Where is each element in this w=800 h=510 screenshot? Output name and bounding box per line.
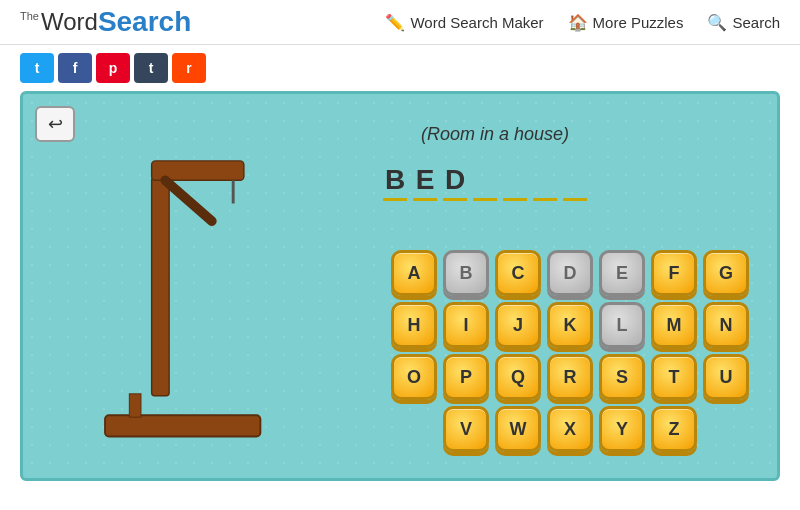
- key-q[interactable]: Q: [495, 354, 541, 400]
- key-z[interactable]: Z: [651, 406, 697, 452]
- key-f[interactable]: F: [651, 250, 697, 296]
- word-pos-2: D: [443, 165, 467, 201]
- hangman-svg: [73, 124, 273, 454]
- svg-line-4: [165, 180, 212, 221]
- key-k[interactable]: K: [547, 302, 593, 348]
- word-pos-4: [503, 164, 527, 201]
- word-pos-0: B: [383, 165, 407, 201]
- key-u[interactable]: U: [703, 354, 749, 400]
- key-m[interactable]: M: [651, 302, 697, 348]
- key-b[interactable]: B: [443, 250, 489, 296]
- nav-word-search-maker[interactable]: ✏️ Word Search Maker: [385, 13, 543, 32]
- key-row-0: ABCDEFG: [383, 250, 757, 296]
- word-pos-1: E: [413, 165, 437, 201]
- home-icon: 🏠: [568, 13, 588, 32]
- nav-more-puzzles[interactable]: 🏠 More Puzzles: [568, 13, 684, 32]
- game-area: ↩ (Room in a house) BED ABCDEFGHIJKLMNOP…: [20, 91, 780, 481]
- key-j[interactable]: J: [495, 302, 541, 348]
- key-row-2: OPQRSTU: [383, 354, 757, 400]
- nav-label-puzzles: More Puzzles: [593, 14, 684, 31]
- pencil-icon: ✏️: [385, 13, 405, 32]
- key-row-1: HIJKLMN: [383, 302, 757, 348]
- key-row-3: VWXYZ: [383, 406, 757, 452]
- word-display: BED: [383, 164, 587, 201]
- key-s[interactable]: S: [599, 354, 645, 400]
- key-p[interactable]: P: [443, 354, 489, 400]
- twitter-button[interactable]: t: [20, 53, 54, 83]
- key-l[interactable]: L: [599, 302, 645, 348]
- logo-search: Search: [98, 6, 191, 38]
- hint-text: (Room in a house): [373, 124, 617, 145]
- svg-rect-1: [129, 394, 141, 417]
- word-pos-3: [473, 164, 497, 201]
- social-bar: t f p t r: [0, 45, 800, 91]
- key-a[interactable]: A: [391, 250, 437, 296]
- key-v[interactable]: V: [443, 406, 489, 452]
- reddit-button[interactable]: r: [172, 53, 206, 83]
- key-o[interactable]: O: [391, 354, 437, 400]
- back-button[interactable]: ↩: [35, 106, 75, 142]
- facebook-button[interactable]: f: [58, 53, 92, 83]
- navigation: ✏️ Word Search Maker 🏠 More Puzzles 🔍 Se…: [385, 13, 780, 32]
- logo: The WordSearch: [20, 6, 191, 38]
- header: The WordSearch ✏️ Word Search Maker 🏠 Mo…: [0, 0, 800, 45]
- svg-rect-2: [152, 177, 169, 395]
- logo-word: Word: [41, 8, 98, 36]
- svg-rect-0: [105, 415, 260, 436]
- nav-label-search: Search: [732, 14, 780, 31]
- key-y[interactable]: Y: [599, 406, 645, 452]
- keyboard: ABCDEFGHIJKLMNOPQRSTUVWXYZ: [383, 250, 757, 458]
- word-pos-6: [563, 164, 587, 201]
- key-t[interactable]: T: [651, 354, 697, 400]
- tumblr-button[interactable]: t: [134, 53, 168, 83]
- key-e[interactable]: E: [599, 250, 645, 296]
- pinterest-button[interactable]: p: [96, 53, 130, 83]
- key-r[interactable]: R: [547, 354, 593, 400]
- key-x[interactable]: X: [547, 406, 593, 452]
- key-g[interactable]: G: [703, 250, 749, 296]
- key-w[interactable]: W: [495, 406, 541, 452]
- key-d[interactable]: D: [547, 250, 593, 296]
- key-i[interactable]: I: [443, 302, 489, 348]
- key-h[interactable]: H: [391, 302, 437, 348]
- word-pos-5: [533, 164, 557, 201]
- search-icon: 🔍: [707, 13, 727, 32]
- key-c[interactable]: C: [495, 250, 541, 296]
- nav-label-maker: Word Search Maker: [410, 14, 543, 31]
- hangman-display: [73, 124, 273, 458]
- nav-search[interactable]: 🔍 Search: [707, 13, 780, 32]
- logo-the: The: [20, 10, 39, 22]
- key-n[interactable]: N: [703, 302, 749, 348]
